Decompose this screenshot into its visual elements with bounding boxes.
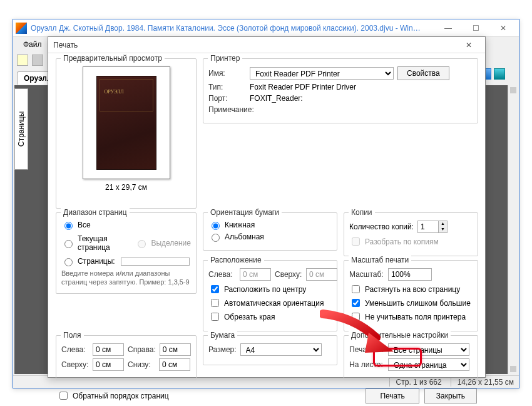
offset-top-input[interactable] <box>306 268 337 281</box>
sidebar-tab-pages[interactable]: Страницы <box>14 88 28 170</box>
print-subset-select[interactable]: Все страницы <box>388 343 469 356</box>
checkbox-crop[interactable]: Обрезать края <box>208 311 332 323</box>
vertical-scrollbar[interactable] <box>508 85 518 374</box>
group-extra: Дополнительные настройки Печатать:Все ст… <box>344 335 478 380</box>
window-title: Оруэлл Дж. Скотный Двор. 1984. Памяти Ка… <box>31 24 435 33</box>
margin-left-input[interactable] <box>93 343 124 356</box>
group-margins: Поля Слева: Справа: Сверху: Снизу: <box>56 335 197 380</box>
margin-bottom-input[interactable] <box>159 358 190 371</box>
titlebar: Оруэлл Дж. Скотный Двор. 1984. Памяти Ка… <box>13 19 519 37</box>
dialog-title: Печать <box>53 41 78 49</box>
preview-page: ОРУЭЛЛ <box>83 66 170 179</box>
checkbox-ignore-margins[interactable]: Не учитывать поля принтера <box>349 311 473 323</box>
dialog-titlebar: Печать ✕ <box>48 37 485 53</box>
print-dialog: Печать ✕ Предварительный просмотр ОРУЭЛЛ… <box>48 36 486 378</box>
group-orientation: Ориентация бумаги Книжная Альбомная <box>203 212 337 251</box>
radio-all[interactable]: Все <box>61 220 191 230</box>
printer-select[interactable]: Foxit Reader PDF Printer <box>250 67 394 80</box>
radio-portrait[interactable]: Книжная <box>208 220 332 230</box>
app-icon <box>16 23 27 34</box>
group-scale: Масштаб печати Масштаб: Растянуть на всю… <box>344 260 478 331</box>
dialog-footer: Обратный порядок страниц Печать Закрыть <box>56 384 478 406</box>
paper-size-select[interactable]: A4 <box>240 343 322 356</box>
close-window-button[interactable]: ✕ <box>490 21 516 35</box>
checkbox-autoorient[interactable]: Автоматическая ориентация <box>208 297 332 309</box>
group-layout: Расположение Слева: Сверху: Расположить … <box>203 260 337 331</box>
tool-facing-icon[interactable] <box>494 68 505 80</box>
margin-top-input[interactable] <box>93 358 124 371</box>
preview-title: Предварительный просмотр <box>61 54 165 63</box>
pages-per-sheet-select[interactable]: Одна страница <box>388 358 469 371</box>
open-icon[interactable] <box>17 55 28 66</box>
radio-pages[interactable]: Страницы: <box>61 256 191 266</box>
preview-book-cover: ОРУЭЛЛ <box>96 76 156 170</box>
group-range: Диапазон страниц Все Текущая страница Вы… <box>56 212 197 294</box>
checkbox-center[interactable]: Расположить по центру <box>208 283 332 295</box>
menu-file[interactable]: Файл <box>18 39 47 50</box>
print-icon[interactable] <box>32 55 43 66</box>
minimize-button[interactable]: — <box>435 21 461 35</box>
print-button[interactable]: Печать <box>366 388 419 403</box>
preview-dims: 21 x 29,7 см <box>61 183 191 192</box>
radio-selection: Выделение <box>135 238 191 248</box>
radio-landscape[interactable]: Альбомная <box>208 232 332 242</box>
offset-left-input[interactable] <box>240 268 271 281</box>
radio-current[interactable]: Текущая страница <box>61 234 125 252</box>
dialog-close-button[interactable]: ✕ <box>458 41 480 49</box>
checkbox-fit[interactable]: Растянуть на всю страницу <box>349 283 473 295</box>
copies-spinner[interactable]: ▲▼ <box>417 221 448 233</box>
close-button[interactable]: Закрыть <box>424 388 477 403</box>
checkbox-collate: Разобрать по копиям <box>349 236 473 247</box>
checkbox-shrink[interactable]: Уменьшить слишком большие <box>349 297 473 309</box>
main-window: Оруэлл Дж. Скотный Двор. 1984. Памяти Ка… <box>13 19 519 388</box>
scale-input[interactable] <box>388 268 432 281</box>
group-copies: Копии Количество копий: ▲▼ Разобрать по … <box>344 212 478 256</box>
checkbox-reverse[interactable]: Обратный порядок страниц <box>57 390 169 402</box>
group-preview: Предварительный просмотр ОРУЭЛЛ 21 x 29,… <box>56 58 197 209</box>
pages-input[interactable] <box>121 258 190 266</box>
maximize-button[interactable]: ☐ <box>463 21 489 35</box>
printer-properties-button[interactable]: Свойства <box>397 66 449 80</box>
group-paper: Бумага Размер:A4 <box>203 335 337 365</box>
margin-right-input[interactable] <box>160 343 191 356</box>
group-printer: Принтер Имя: Foxit Reader PDF Printer Св… <box>203 58 478 123</box>
